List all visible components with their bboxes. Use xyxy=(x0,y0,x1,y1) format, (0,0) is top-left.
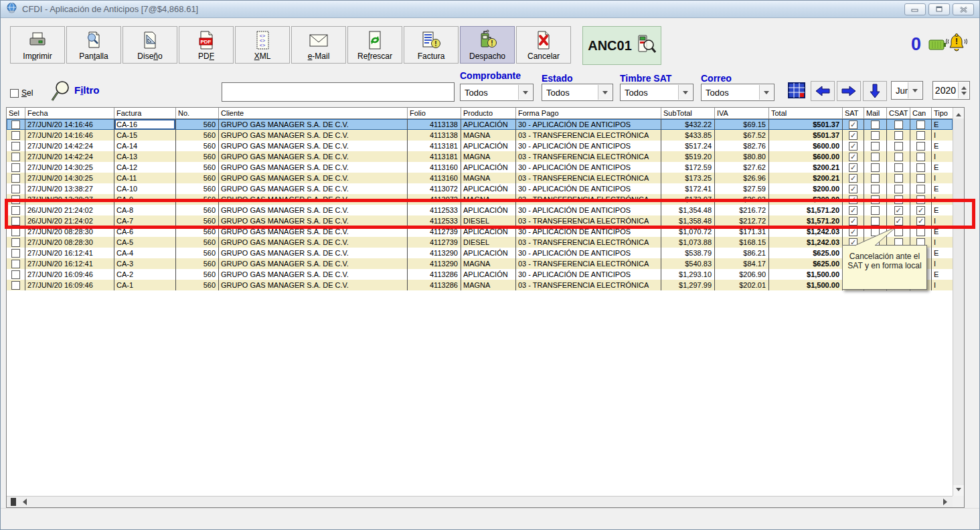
cell-fecha[interactable]: 27/JUN/20 13:38:27 xyxy=(25,183,114,194)
cell-factura[interactable]: CA-15 xyxy=(114,130,176,141)
cell-tipo[interactable]: I xyxy=(932,194,953,205)
row-select-checkbox[interactable] xyxy=(11,238,20,247)
cell-no[interactable]: 560 xyxy=(176,151,219,162)
row-select-checkbox[interactable] xyxy=(11,206,20,215)
cell-factura[interactable]: CA-10 xyxy=(114,183,176,194)
cell-tipo[interactable]: I xyxy=(932,280,953,290)
cell-producto[interactable]: APLICACIÓN xyxy=(461,226,516,237)
sat-checkbox[interactable]: ✓ xyxy=(849,195,858,204)
cell-subtotal[interactable]: $173.25 xyxy=(661,173,715,183)
csat-checkbox[interactable]: ✓ xyxy=(894,206,903,215)
cell-forma-pago[interactable]: 03 - TRANSFERENCIA ELECTRÓNICA xyxy=(516,215,661,226)
header-subtotal[interactable]: SubTotal xyxy=(661,108,715,118)
pdf-button[interactable]: PDF PDF xyxy=(179,26,234,64)
cell-producto[interactable]: MAGNA xyxy=(461,258,516,269)
sat-checkbox[interactable]: ✓ xyxy=(849,174,858,183)
cell-folio[interactable]: 4113138 xyxy=(408,130,461,141)
cell-tipo[interactable]: E xyxy=(932,162,953,173)
cell-producto[interactable]: APLICACIÓN xyxy=(461,205,516,215)
cell-folio[interactable]: 4113181 xyxy=(408,151,461,162)
cell-no[interactable]: 560 xyxy=(176,280,219,290)
mail-checkbox[interactable] xyxy=(871,120,880,129)
sat-checkbox[interactable]: ✓ xyxy=(849,142,858,151)
row-select-checkbox[interactable] xyxy=(11,131,20,140)
cell-fecha[interactable]: 27/JUN/20 14:16:46 xyxy=(25,119,114,130)
next-arrow-button[interactable] xyxy=(837,81,861,101)
sat-checkbox[interactable]: ✓ xyxy=(849,217,858,226)
cell-factura[interactable]: CA-8 xyxy=(114,205,176,215)
cell-total[interactable]: $1,500.00 xyxy=(769,269,843,280)
cell-producto[interactable]: MAGNA xyxy=(461,151,516,162)
cell-subtotal[interactable]: $173.07 xyxy=(661,194,715,205)
cell-producto[interactable]: MAGNA xyxy=(461,173,516,183)
hscroll-thumb[interactable] xyxy=(11,498,16,506)
cell-folio[interactable]: 4113290 xyxy=(408,248,461,258)
despacho-button[interactable]: ! Despacho xyxy=(460,26,515,64)
cell-total[interactable]: $625.00 xyxy=(769,248,843,258)
cell-no[interactable]: 560 xyxy=(176,130,219,141)
cell-forma-pago[interactable]: 03 - TRANSFERENCIA ELECTRÓNICA xyxy=(516,258,661,269)
refrescar-button[interactable]: Refrescar xyxy=(347,26,402,64)
row-select-checkbox[interactable] xyxy=(11,260,20,268)
sat-checkbox[interactable]: ✓ xyxy=(849,185,858,193)
cell-factura[interactable]: CA-1 xyxy=(114,280,176,290)
close-button[interactable] xyxy=(953,3,974,15)
header-producto[interactable]: Producto xyxy=(461,108,516,118)
cell-tipo[interactable]: I xyxy=(932,130,953,141)
row-select-checkbox[interactable] xyxy=(11,185,20,193)
header-no[interactable]: No. xyxy=(176,108,219,118)
csat-checkbox[interactable] xyxy=(894,131,903,140)
cell-forma-pago[interactable]: 30 - APLICACIÓN DE ANTICIPOS xyxy=(516,269,661,280)
cell-total[interactable]: $200.00 xyxy=(769,183,843,194)
cell-total[interactable]: $200.21 xyxy=(769,162,843,173)
cell-factura[interactable]: CA-11 xyxy=(114,173,176,183)
cell-forma-pago[interactable]: 03 - TRANSFERENCIA ELECTRÓNICA xyxy=(516,151,661,162)
cell-subtotal[interactable]: $519.20 xyxy=(661,151,715,162)
cell-fecha[interactable]: 27/JUN/20 16:09:46 xyxy=(25,280,114,290)
cell-tipo[interactable]: I xyxy=(932,215,953,226)
cell-tipo[interactable]: E xyxy=(932,141,953,151)
cell-subtotal[interactable]: $433.85 xyxy=(661,130,715,141)
cell-no[interactable]: 560 xyxy=(176,205,219,215)
grid-row[interactable]: 26/JUN/20 21:24:02CA-8560GRUPO GAS MANAG… xyxy=(7,205,953,215)
cell-factura[interactable]: CA-4 xyxy=(114,248,176,258)
grid-row[interactable]: 27/JUN/20 13:38:27CA-9560GRUPO GAS MANAG… xyxy=(7,194,953,205)
maximize-button[interactable] xyxy=(928,3,950,15)
cell-factura[interactable]: CA-12 xyxy=(114,162,176,173)
cell-total[interactable]: $501.37 xyxy=(769,130,843,141)
cell-iva[interactable]: $26.93 xyxy=(715,194,769,205)
alert-bell-icon[interactable]: ! xyxy=(946,33,967,57)
cell-subtotal[interactable]: $540.83 xyxy=(661,258,715,269)
cell-tipo[interactable]: E xyxy=(932,226,953,237)
scroll-up-icon[interactable] xyxy=(953,108,964,118)
cell-total[interactable]: $600.00 xyxy=(769,151,843,162)
mail-checkbox[interactable] xyxy=(871,142,880,151)
cell-no[interactable]: 560 xyxy=(176,119,219,130)
cell-cliente[interactable]: GRUPO GAS MANAGER S.A. DE C.V. xyxy=(219,130,408,141)
cell-producto[interactable]: APLICACIÓN xyxy=(461,183,516,194)
cell-folio[interactable]: 4113181 xyxy=(408,141,461,151)
cell-forma-pago[interactable]: 30 - APLICACIÓN DE ANTICIPOS xyxy=(516,119,661,130)
cell-total[interactable]: $1,571.20 xyxy=(769,205,843,215)
cell-forma-pago[interactable]: 03 - TRANSFERENCIA ELECTRÓNICA xyxy=(516,194,661,205)
cell-fecha[interactable]: 27/JUN/20 14:42:24 xyxy=(25,141,114,151)
mail-checkbox[interactable] xyxy=(871,163,880,172)
estado-select[interactable]: Todos xyxy=(542,84,613,101)
cell-folio[interactable]: 4113072 xyxy=(408,194,461,205)
scroll-left-icon[interactable] xyxy=(17,497,29,507)
header-mail[interactable]: Mail xyxy=(864,108,887,118)
row-select-checkbox[interactable] xyxy=(11,174,20,183)
cell-cliente[interactable]: GRUPO GAS MANAGER S.A. DE C.V. xyxy=(219,173,408,183)
cell-no[interactable]: 560 xyxy=(176,248,219,258)
grid-row[interactable]: 27/JUN/20 14:42:24CA-13560GRUPO GAS MANA… xyxy=(7,151,953,162)
cell-fecha[interactable]: 26/JUN/20 21:24:02 xyxy=(25,215,114,226)
header-total[interactable]: Total xyxy=(769,108,843,118)
cell-no[interactable]: 560 xyxy=(176,269,219,280)
filter-input[interactable] xyxy=(222,82,455,102)
cell-subtotal[interactable]: $1,293.10 xyxy=(661,269,715,280)
csat-checkbox[interactable] xyxy=(894,142,903,151)
can-checkbox[interactable] xyxy=(916,228,925,236)
grid-view-icon[interactable] xyxy=(788,82,805,101)
cell-subtotal[interactable]: $1,073.88 xyxy=(661,237,715,248)
can-checkbox[interactable]: ✓ xyxy=(916,217,925,226)
